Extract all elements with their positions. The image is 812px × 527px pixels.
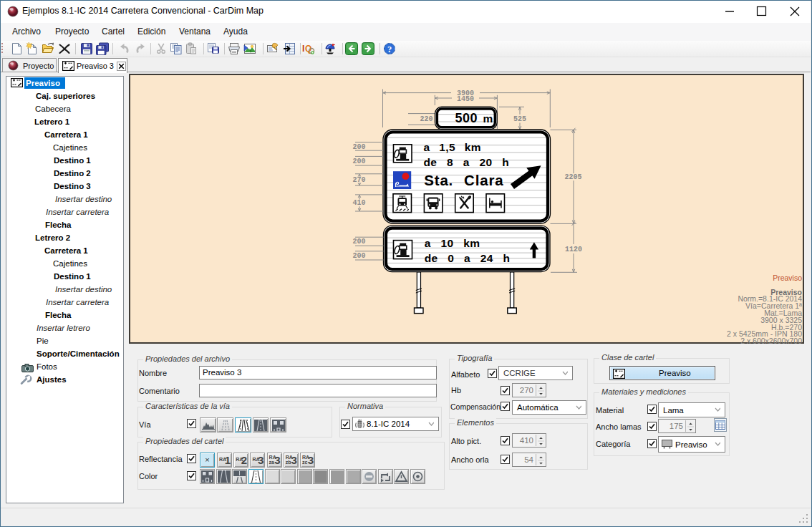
svg-text:1450: 1450 (457, 95, 474, 103)
svg-text:500: 500 (455, 111, 478, 125)
svg-text:200: 200 (353, 238, 366, 246)
svg-text:2205: 2205 (564, 173, 581, 181)
svg-text:1120: 1120 (565, 246, 582, 253)
svg-text:200: 200 (353, 252, 366, 260)
svg-text:?: ? (387, 44, 392, 54)
svg-text:410: 410 (353, 199, 366, 207)
svg-text:m: m (483, 112, 493, 125)
svg-text:220: 220 (420, 115, 432, 123)
svg-text:I: I (302, 44, 304, 54)
svg-text:a 1,5 km: a 1,5 km (424, 141, 481, 153)
svg-text:de 0 a 24 h: de 0 a 24 h (425, 252, 511, 264)
svg-text:200: 200 (353, 158, 366, 165)
svg-text:200: 200 (353, 143, 366, 151)
svg-text:de 8 a 20 h: de 8 a 20 h (424, 156, 510, 168)
svg-text:525: 525 (513, 115, 526, 123)
svg-text:a 10 km: a 10 km (425, 237, 480, 249)
svg-text:Sta. Clara: Sta. Clara (424, 172, 503, 188)
